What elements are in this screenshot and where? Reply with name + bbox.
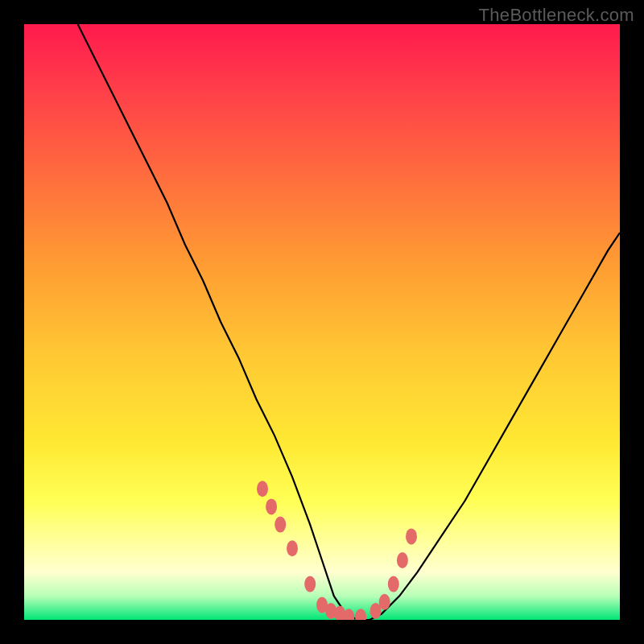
watermark-text: TheBottleneck.com — [479, 5, 634, 26]
highlight-dot — [388, 576, 399, 592]
highlight-dot — [379, 594, 390, 610]
chart-frame: TheBottleneck.com — [0, 0, 644, 644]
bottleneck-curve — [78, 24, 620, 620]
highlight-dot — [355, 609, 366, 620]
highlight-dot — [397, 552, 408, 568]
highlight-dot — [304, 576, 316, 592]
highlight-dot — [266, 498, 277, 514]
highlight-dot — [406, 528, 417, 544]
highlight-dot — [287, 540, 298, 556]
highlight-dot — [275, 517, 286, 533]
chart-svg — [24, 24, 620, 620]
plot-area — [24, 24, 620, 620]
highlight-dot — [257, 481, 268, 497]
